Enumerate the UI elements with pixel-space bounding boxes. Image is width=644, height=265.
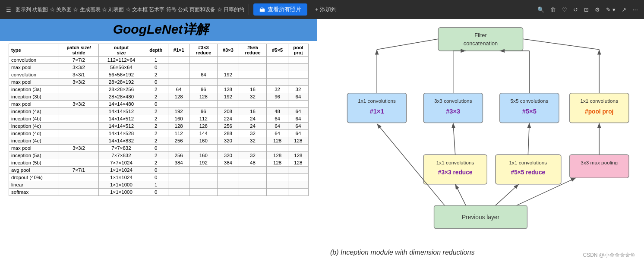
table-cell-15-4 <box>168 167 189 174</box>
table-row: max pool3×3/214×14×4800 <box>9 101 309 108</box>
table-cell-2-4 <box>168 71 189 79</box>
table-cell-7-9: 64 <box>288 108 308 115</box>
table-cell-17-1 <box>59 181 99 189</box>
settings-btn[interactable]: ⚙ <box>592 5 603 15</box>
table-cell-9-2: 14×14×512 <box>99 123 144 130</box>
table-cell-14-5: 192 <box>189 159 218 167</box>
table-cell-0-8 <box>267 57 288 64</box>
table-row: convolution7×7/2112×112×641 <box>9 57 309 64</box>
more-btn[interactable]: ⋯ <box>630 5 641 15</box>
table-cell-4-9: 32 <box>288 86 308 93</box>
table-cell-12-2: 7×7×832 <box>99 145 144 152</box>
table-cell-16-6 <box>218 174 239 181</box>
table-cell-12-3: 0 <box>144 145 168 152</box>
delete-btn[interactable]: 🗑 <box>548 5 559 15</box>
table-cell-14-7: 48 <box>239 159 267 167</box>
table-cell-10-6: 288 <box>218 130 239 137</box>
table-cell-11-8: 128 <box>267 137 288 145</box>
add-to-btn[interactable]: + 添加到 <box>310 3 342 16</box>
th-3x3-reduce: #3×3reduce <box>189 44 218 57</box>
inception-diagram: Filter concatenation 1x1 convolutions <box>322 23 640 248</box>
table-cell-8-7: 24 <box>239 115 267 123</box>
table-cell-2-9 <box>288 71 308 79</box>
table-cell-1-6 <box>218 64 239 71</box>
left-panel: GoogLeNet详解 type patch size/stride outpu… <box>0 19 317 265</box>
zoom-in-btn[interactable]: 🔍 <box>535 5 547 15</box>
table-cell-4-2: 28×28×256 <box>99 86 144 93</box>
th-1x1: #1×1 <box>168 44 189 57</box>
table-cell-5-4: 128 <box>168 93 189 101</box>
table-cell-14-0: inception (5b) <box>9 159 59 167</box>
heart-btn[interactable]: ♡ <box>559 5 570 15</box>
table-cell-15-9 <box>288 167 308 174</box>
table-cell-15-1: 7×7/1 <box>59 167 99 174</box>
rotate-btn[interactable]: ↺ <box>571 5 581 15</box>
table-cell-9-6: 256 <box>218 123 239 130</box>
table-cell-6-9 <box>288 101 308 108</box>
table-cell-7-5: 96 <box>189 108 218 115</box>
table-cell-3-6 <box>218 79 239 86</box>
table-cell-12-4 <box>168 145 189 152</box>
add-to-label: + 添加到 <box>315 6 337 13</box>
table-cell-6-2: 14×14×480 <box>99 101 144 108</box>
table-cell-11-7: 32 <box>239 137 267 145</box>
svg-text:concatenation: concatenation <box>464 40 498 47</box>
table-cell-14-4: 384 <box>168 159 189 167</box>
table-cell-17-9 <box>288 181 308 189</box>
table-cell-12-8 <box>267 145 288 152</box>
view-all-photos-btn[interactable]: 🏔 查看所有照片 <box>253 3 307 16</box>
table-cell-16-3: 0 <box>144 174 168 181</box>
svg-text:5x5 convolutions: 5x5 convolutions <box>511 98 549 104</box>
share-btn[interactable]: ↗ <box>619 5 629 15</box>
th-5x5-reduce: #5×5reduce <box>239 44 267 57</box>
table-cell-11-1 <box>59 137 99 145</box>
table-cell-12-0: max pool <box>9 145 59 152</box>
th-patch: patch size/stride <box>59 44 99 57</box>
table-cell-12-1: 3×3/2 <box>59 145 99 152</box>
table-cell-2-6: 192 <box>218 71 239 79</box>
table-row: avg pool7×7/11×1×10240 <box>9 167 309 174</box>
table-cell-14-1 <box>59 159 99 167</box>
table-row: inception (4e)14×14×83222561603203212812… <box>9 137 309 145</box>
table-cell-13-3: 2 <box>144 152 168 159</box>
table-cell-9-3: 2 <box>144 123 168 130</box>
table-cell-18-0: softmax <box>9 189 59 196</box>
th-type: type <box>9 44 59 57</box>
table-cell-15-5 <box>189 167 218 174</box>
edit-btn[interactable]: ✎ ▾ <box>603 5 618 15</box>
table-cell-17-5 <box>189 181 218 189</box>
table-cell-7-0: inception (4a) <box>9 108 59 115</box>
table-cell-7-7: 16 <box>239 108 267 115</box>
table-cell-5-0: inception (3b) <box>9 93 59 101</box>
table-cell-10-8: 64 <box>267 130 288 137</box>
svg-text:#5×5: #5×5 <box>522 108 537 115</box>
table-cell-18-2: 1×1×1000 <box>99 189 144 196</box>
table-cell-13-4: 256 <box>168 152 189 159</box>
table-cell-0-4 <box>168 57 189 64</box>
th-depth: depth <box>144 44 168 57</box>
menu-icon-btn[interactable]: ☰ <box>3 5 14 15</box>
table-cell-4-1 <box>59 86 99 93</box>
table-cell-15-8 <box>267 167 288 174</box>
table-cell-18-4 <box>168 189 189 196</box>
table-cell-16-0: dropout (40%) <box>9 174 59 181</box>
table-row: inception (4c)14×14×5122128128256246464 <box>9 123 309 130</box>
table-cell-9-5: 128 <box>189 123 218 130</box>
crop-btn[interactable]: ⊡ <box>581 5 591 15</box>
table-cell-16-2: 1×1×1024 <box>99 174 144 181</box>
table-cell-2-8 <box>267 71 288 79</box>
table-cell-5-8: 96 <box>267 93 288 101</box>
svg-text:#1×1: #1×1 <box>370 108 384 115</box>
title-bar: GoogLeNet详解 <box>0 19 317 41</box>
svg-line-34 <box>455 184 466 205</box>
table-cell-4-3: 2 <box>144 86 168 93</box>
table-cell-3-2: 28×28×192 <box>99 79 144 86</box>
table-cell-4-7: 16 <box>239 86 267 93</box>
table-cell-10-5: 144 <box>189 130 218 137</box>
svg-line-4 <box>377 39 438 50</box>
table-cell-17-0: linear <box>9 181 59 189</box>
table-cell-18-3: 0 <box>144 189 168 196</box>
table-row: max pool3×3/27×7×8320 <box>9 145 309 152</box>
table-cell-11-6: 320 <box>218 137 239 145</box>
table-cell-1-8 <box>267 64 288 71</box>
